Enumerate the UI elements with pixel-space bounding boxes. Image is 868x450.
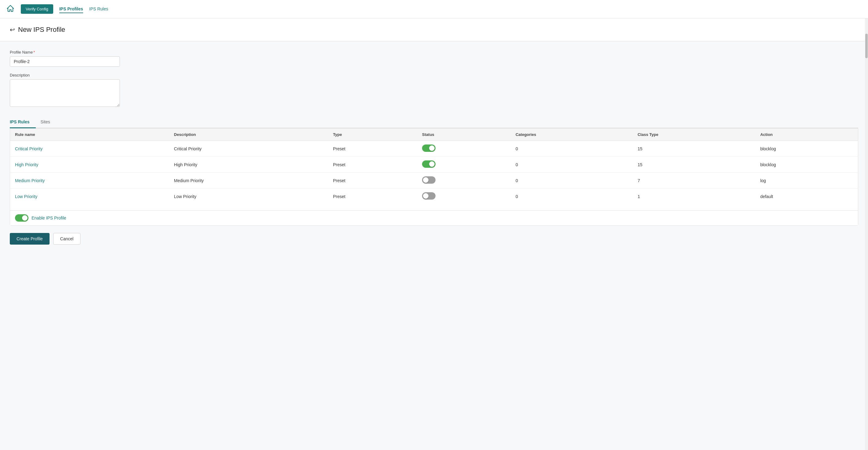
cell-class-type-2: 7	[633, 173, 755, 189]
description-textarea[interactable]	[10, 79, 120, 107]
rule-name-link-1[interactable]: High Priority	[15, 162, 38, 167]
description-group: Description	[10, 73, 858, 108]
status-toggle-0[interactable]	[422, 144, 436, 152]
cell-categories-0: 0	[511, 141, 633, 157]
scrollbar-track	[865, 18, 868, 450]
table-row: Low Priority Low Priority Preset 0 1 def…	[10, 189, 858, 204]
cell-description-0: Critical Priority	[169, 141, 328, 157]
toggle-knob-2	[423, 177, 429, 183]
cell-description-3: Low Priority	[169, 189, 328, 204]
required-indicator: *	[33, 50, 35, 55]
verify-config-button[interactable]: Verify Config	[21, 4, 53, 14]
cell-type-2: Preset	[328, 173, 417, 189]
cell-status-3	[417, 189, 511, 204]
home-icon[interactable]	[6, 4, 15, 14]
cell-rule-name-2: Medium Priority	[10, 173, 169, 189]
profile-name-group: Profile Name*	[10, 50, 858, 67]
ips-rules-table: Rule name Description Type Status Catego…	[10, 129, 858, 204]
cell-class-type-0: 15	[633, 141, 755, 157]
cancel-button[interactable]: Cancel	[53, 233, 81, 245]
toggle-knob-enable-ips	[22, 215, 28, 221]
cell-categories-2: 0	[511, 173, 633, 189]
rule-name-link-3[interactable]: Low Priority	[15, 194, 37, 199]
tab-ips-rules[interactable]: IPS Rules	[10, 116, 36, 128]
cell-class-type-3: 1	[633, 189, 755, 204]
table-header-row: Rule name Description Type Status Catego…	[10, 129, 858, 141]
col-categories: Categories	[511, 129, 633, 141]
toggle-knob-0	[429, 145, 435, 151]
cell-categories-3: 0	[511, 189, 633, 204]
status-toggle-2[interactable]	[422, 176, 436, 184]
enable-ips-label: Enable IPS Profile	[31, 216, 66, 220]
profile-name-label: Profile Name*	[10, 50, 858, 55]
status-toggle-1[interactable]	[422, 161, 436, 168]
table-row: Critical Priority Critical Priority Pres…	[10, 141, 858, 157]
col-action: Action	[755, 129, 858, 141]
cell-action-2: log	[755, 173, 858, 189]
cell-class-type-1: 15	[633, 157, 755, 173]
cell-status-0	[417, 141, 511, 157]
cell-rule-name-0: Critical Priority	[10, 141, 169, 157]
page-title-text: New IPS Profile	[18, 26, 65, 34]
toggle-slider-3	[422, 192, 436, 200]
scrollbar-thumb[interactable]	[865, 34, 868, 58]
cell-description-2: Medium Priority	[169, 173, 328, 189]
cell-type-3: Preset	[328, 189, 417, 204]
tab-sites[interactable]: Sites	[41, 116, 56, 128]
top-nav: Verify Config IPS Profiles IPS Rules	[0, 0, 868, 18]
enable-ips-toggle[interactable]	[15, 214, 28, 222]
table-row: High Priority High Priority Preset 0 15 …	[10, 157, 858, 173]
rule-name-link-0[interactable]: Critical Priority	[15, 146, 42, 151]
ips-profiles-tab[interactable]: IPS Profiles	[59, 5, 83, 13]
col-rule-name: Rule name	[10, 129, 169, 141]
ips-rules-table-container: Rule name Description Type Status Catego…	[10, 128, 858, 226]
toggle-slider-enable-ips	[15, 214, 28, 222]
cell-type-0: Preset	[328, 141, 417, 157]
cell-status-2	[417, 173, 511, 189]
cell-type-1: Preset	[328, 157, 417, 173]
description-label: Description	[10, 73, 858, 78]
col-class-type: Class Type	[633, 129, 755, 141]
toggle-slider-1	[422, 161, 436, 168]
toggle-slider-2	[422, 176, 436, 184]
toggle-knob-3	[423, 193, 429, 199]
col-status: Status	[417, 129, 511, 141]
toggle-slider-0	[422, 144, 436, 152]
create-profile-button[interactable]: Create Profile	[10, 233, 50, 245]
toggle-knob-1	[429, 161, 435, 167]
cell-action-1: blocklog	[755, 157, 858, 173]
ips-rules-tab[interactable]: IPS Rules	[89, 5, 108, 13]
main-content: Profile Name* Description IPS Rules Site…	[0, 41, 868, 450]
col-description: Description	[169, 129, 328, 141]
page-header: ↩ New IPS Profile	[0, 18, 868, 41]
enable-ips-section: Enable IPS Profile	[10, 210, 858, 225]
cell-categories-1: 0	[511, 157, 633, 173]
cell-rule-name-3: Low Priority	[10, 189, 169, 204]
rule-name-link-2[interactable]: Medium Priority	[15, 178, 45, 183]
col-type: Type	[328, 129, 417, 141]
cell-rule-name-1: High Priority	[10, 157, 169, 173]
table-row: Medium Priority Medium Priority Preset 0…	[10, 173, 858, 189]
cell-description-1: High Priority	[169, 157, 328, 173]
page-title: ↩ New IPS Profile	[10, 26, 858, 34]
cell-action-3: default	[755, 189, 858, 204]
cell-status-1	[417, 157, 511, 173]
back-arrow-icon[interactable]: ↩	[10, 26, 15, 33]
cell-action-0: blocklog	[755, 141, 858, 157]
status-toggle-3[interactable]	[422, 192, 436, 200]
tabs-container: IPS Rules Sites	[10, 116, 858, 128]
action-buttons: Create Profile Cancel	[10, 233, 858, 245]
profile-name-input[interactable]	[10, 56, 120, 67]
